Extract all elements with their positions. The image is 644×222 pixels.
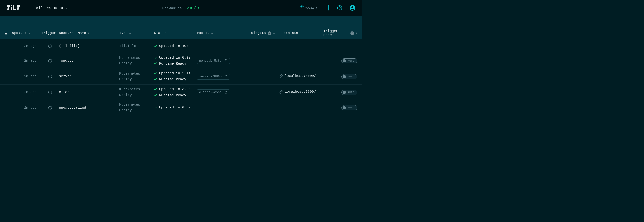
- copy-icon[interactable]: [224, 59, 228, 63]
- table-row[interactable]: 2m ago client KubernetesDeploy Updated i…: [0, 85, 362, 100]
- trigger-button[interactable]: [41, 104, 59, 112]
- trigger-button[interactable]: [41, 42, 59, 50]
- endpoint-url[interactable]: localhost:5000/: [285, 74, 316, 78]
- trigger-mode-cell: AUTO: [324, 72, 362, 81]
- trigger-mode-label: AUTO: [348, 75, 354, 78]
- pod-id-chip[interactable]: server-788658: [197, 74, 230, 80]
- trigger-mode-label: AUTO: [348, 60, 354, 62]
- pod-id-chip[interactable]: mongodb-5c8cc: [197, 58, 230, 64]
- table-row[interactable]: 2m ago uncategorized KubernetesDeploy Up…: [0, 100, 362, 115]
- star-cell[interactable]: [0, 91, 12, 94]
- pod-cell: mongodb-5c8cc: [197, 56, 243, 66]
- trigger-button[interactable]: [41, 57, 59, 65]
- resource-name[interactable]: client: [59, 89, 119, 96]
- table-header: Updated▲ Trigger Resource Name▲ Type▲ St…: [0, 27, 362, 40]
- svg-rect-3: [11, 5, 12, 6]
- trigger-button[interactable]: [41, 72, 59, 81]
- trigger-mode-toggle[interactable]: AUTO: [342, 74, 357, 79]
- table-row[interactable]: 2m ago (Tiltfile) Tiltfile Updated in 10…: [0, 40, 362, 53]
- trigger-mode-label: AUTO: [348, 106, 354, 109]
- trigger-mode-toggle[interactable]: AUTO: [342, 105, 357, 110]
- toggle-knob: [343, 91, 346, 94]
- endpoint-link[interactable]: localhost:5000/: [279, 74, 316, 78]
- resource-name[interactable]: mongodb: [59, 57, 119, 65]
- col-type[interactable]: Type▲: [119, 29, 154, 37]
- pod-id-chip[interactable]: client-5c55dc: [197, 89, 230, 95]
- col-trigger-mode[interactable]: Trigger Mode i ▲: [324, 27, 362, 39]
- pod-id-text: server-788658: [199, 75, 222, 78]
- status-text: Updated in 3.2s: [159, 86, 190, 92]
- trigger-mode-toggle[interactable]: AUTO: [342, 58, 357, 63]
- endpoints-cell: [279, 106, 324, 110]
- resources-total-count: 5: [198, 6, 200, 10]
- svg-point-10: [340, 9, 340, 10]
- resource-name[interactable]: uncategorized: [59, 104, 119, 112]
- svg-marker-7: [17, 7, 19, 11]
- table-row[interactable]: 2m ago server KubernetesDeploy Updated i…: [0, 69, 362, 85]
- col-star[interactable]: [0, 30, 12, 37]
- resource-type: KubernetesDeploy: [119, 100, 154, 115]
- trigger-mode-label: AUTO: [348, 91, 354, 94]
- toggle-knob: [343, 75, 346, 78]
- pod-cell: [197, 44, 243, 48]
- svg-rect-5: [13, 9, 16, 11]
- table-body: 2m ago (Tiltfile) Tiltfile Updated in 10…: [0, 40, 362, 115]
- trigger-mode-toggle[interactable]: AUTO: [342, 90, 357, 95]
- resources-ok-count: 5: [190, 6, 192, 10]
- col-status: Status: [154, 29, 197, 37]
- tilt-logo[interactable]: [7, 5, 22, 11]
- status-text: Updated in 0.2s: [159, 55, 190, 61]
- col-pod[interactable]: Pod ID▲: [197, 29, 243, 37]
- resources-summary: RESOURCES 5 / 5: [162, 6, 200, 10]
- widgets-cell: [243, 91, 279, 94]
- copy-icon[interactable]: [224, 91, 228, 94]
- svg-rect-6: [17, 5, 20, 7]
- svg-rect-0: [7, 5, 10, 7]
- resource-status: Updated in 3.2sRuntime Ready: [154, 85, 197, 100]
- star-cell[interactable]: [0, 44, 12, 48]
- toggle-knob: [343, 59, 346, 63]
- info-icon[interactable]: i: [268, 31, 272, 35]
- pod-cell: client-5c55dc: [197, 88, 243, 97]
- info-icon[interactable]: i: [350, 31, 354, 35]
- col-updated[interactable]: Updated▲: [12, 29, 41, 37]
- updated-cell: 2m ago: [12, 42, 41, 50]
- snapshot-icon[interactable]: [324, 5, 330, 11]
- col-widgets[interactable]: Widgets i ▲: [251, 29, 279, 37]
- table-row[interactable]: 2m ago mongodb KubernetesDeploy Updated …: [0, 53, 362, 69]
- resource-name[interactable]: server: [59, 73, 119, 80]
- status-text: Runtime Ready: [159, 92, 186, 98]
- star-cell[interactable]: [0, 59, 12, 63]
- updated-cell: 2m ago: [12, 89, 41, 96]
- copy-icon[interactable]: [224, 75, 228, 79]
- svg-marker-1: [7, 7, 9, 11]
- sort-asc-icon: ▲: [273, 32, 275, 34]
- sort-asc-icon: ▲: [88, 32, 89, 34]
- link-icon: [279, 74, 283, 78]
- sub-band: [0, 16, 362, 27]
- trigger-button[interactable]: [41, 88, 59, 97]
- star-cell[interactable]: [0, 75, 12, 79]
- sort-asc-icon: ▲: [356, 32, 357, 34]
- col-name[interactable]: Resource Name▲: [59, 29, 119, 37]
- resource-type: KubernetesDeploy: [119, 85, 154, 100]
- version-indicator[interactable]: v0.22.7: [300, 6, 317, 10]
- resource-status: Updated in 10s: [154, 41, 197, 51]
- updated-cell: 2m ago: [12, 57, 41, 65]
- widgets-cell: [243, 106, 279, 110]
- sort-asc-icon: ▲: [130, 32, 131, 34]
- toggle-knob: [343, 106, 346, 109]
- account-icon[interactable]: [349, 5, 356, 11]
- sort-asc-icon: ▲: [211, 32, 213, 34]
- link-icon: [279, 90, 283, 94]
- endpoints-cell: localhost:5000/: [279, 72, 324, 81]
- resource-name[interactable]: (Tiltfile): [59, 42, 119, 50]
- endpoints-cell: [279, 44, 324, 48]
- topbar: All Resources RESOURCES 5 / 5 v0.22.7: [0, 0, 362, 16]
- sort-asc-icon: ▲: [28, 32, 30, 34]
- endpoints-cell: [279, 59, 324, 63]
- star-cell[interactable]: [0, 106, 12, 110]
- help-icon[interactable]: [337, 5, 342, 11]
- endpoint-url[interactable]: localhost:3000/: [285, 90, 316, 94]
- endpoint-link[interactable]: localhost:3000/: [279, 90, 316, 94]
